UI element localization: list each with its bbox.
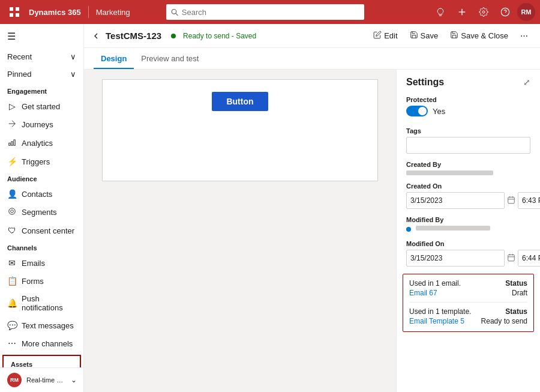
canvas-button[interactable]: Button — [212, 92, 268, 111]
status-text: Ready to send - Saved — [183, 32, 256, 40]
svg-point-9 — [501, 8, 509, 16]
recent-chevron: ∨ — [70, 52, 76, 61]
emails-icon: ✉ — [7, 258, 17, 268]
topbar-divider — [88, 6, 89, 18]
svg-rect-0 — [10, 7, 13, 11]
svg-rect-1 — [16, 7, 19, 11]
content-area: TestCMS-123 Ready to send - Saved Edit S… — [84, 24, 540, 392]
get-started-icon: ▷ — [7, 101, 17, 111]
sidebar-item-label: Get started — [22, 102, 60, 111]
search-bar[interactable] — [166, 4, 364, 20]
edit-icon — [373, 31, 382, 41]
modified-time-input[interactable] — [518, 250, 540, 267]
brand-name: Dynamics 365 — [29, 8, 81, 17]
canvas-area: Button — [84, 70, 396, 392]
modified-by-section: Modified By — [397, 213, 540, 237]
template-status-label: Status — [505, 307, 527, 316]
canvas-inner: Button — [102, 79, 378, 181]
more-actions-button[interactable]: ⋯ — [515, 29, 533, 43]
sidebar-item-recent[interactable]: Recent ∨ — [0, 48, 83, 65]
forms-icon: 📋 — [7, 276, 17, 286]
svg-point-4 — [172, 9, 176, 14]
protected-value: Yes — [433, 107, 445, 116]
settings-icon[interactable] — [474, 2, 493, 22]
tags-input[interactable] — [406, 137, 530, 154]
contacts-icon: 👤 — [7, 189, 17, 199]
toggle-knob — [418, 107, 427, 115]
edit-button[interactable]: Edit — [368, 28, 402, 43]
svg-rect-2 — [10, 13, 13, 17]
sidebar-item-label: Triggers — [22, 157, 50, 166]
sidebar-item-emails[interactable]: ✉ Emails — [0, 254, 83, 272]
sidebar-item-label: Consent center — [22, 226, 74, 235]
search-input[interactable] — [182, 8, 359, 17]
text-msg-icon: 💬 — [7, 321, 17, 330]
svg-rect-13 — [14, 140, 15, 145]
user-avatar[interactable]: RM — [517, 3, 535, 21]
template-used-text: Used in 1 template. — [409, 307, 471, 316]
svg-rect-12 — [11, 142, 13, 145]
sidebar-item-consent[interactable]: 🛡 Consent center — [0, 222, 83, 240]
created-by-section: Created By — [397, 157, 540, 179]
back-button[interactable] — [91, 31, 101, 41]
created-date-input[interactable] — [406, 192, 505, 209]
workspace-avatar: RM — [7, 373, 22, 387]
calendar2-icon[interactable] — [507, 253, 515, 264]
panel-expand-icon[interactable]: ⤢ — [523, 77, 530, 87]
sidebar-item-label: Segments — [22, 208, 57, 217]
save-close-icon — [450, 31, 458, 41]
segments-icon — [7, 207, 17, 217]
sidebar-item-text-messages[interactable]: 💬 Text messages — [0, 316, 83, 334]
protected-section: Protected Yes — [397, 92, 540, 124]
help-icon[interactable] — [496, 2, 515, 22]
bottom-workspace-bar[interactable]: RM Real-time marketi... ⌄ — [0, 367, 84, 392]
sidebar-item-contacts[interactable]: 👤 Contacts — [0, 185, 83, 203]
pinned-chevron: ∨ — [70, 70, 76, 79]
recent-label: Recent — [7, 52, 32, 61]
sidebar-hamburger[interactable]: ☰ — [0, 24, 83, 48]
save-button[interactable]: Save — [405, 28, 443, 43]
section-engagement: Engagement — [0, 83, 83, 97]
save-close-button[interactable]: Save & Close — [445, 28, 513, 43]
plus-icon[interactable] — [452, 2, 472, 22]
sidebar-item-label: Journeys — [22, 120, 53, 129]
analytics-icon — [7, 138, 17, 148]
sidebar-item-get-started[interactable]: ▷ Get started — [0, 97, 83, 115]
sidebar-item-forms[interactable]: 📋 Forms — [0, 272, 83, 290]
template-link-row: Email Template 5 Ready to send — [409, 317, 527, 325]
lightbulb-icon[interactable] — [431, 2, 450, 22]
created-by-value — [406, 170, 493, 175]
sidebar: ☰ Recent ∨ Pinned ∨ Engagement ▷ Get sta… — [0, 24, 84, 392]
tabs-bar: Design Preview and test — [84, 48, 540, 70]
email-link-row: Email 67 Draft — [409, 289, 527, 297]
email-template-5-link[interactable]: Email Template 5 — [409, 317, 464, 325]
workspace-label: Real-time marketi... — [26, 376, 66, 384]
sidebar-item-more-channels[interactable]: ⋯ More channels — [0, 334, 83, 352]
sidebar-item-pinned[interactable]: Pinned ∨ — [0, 65, 83, 83]
module-name: Marketing — [96, 8, 130, 17]
sidebar-item-push-notifications[interactable]: 🔔 Push notifications — [0, 290, 83, 316]
settings-panel: Settings ⤢ Protected Yes Tags — [396, 70, 540, 392]
tab-design[interactable]: Design — [94, 48, 134, 69]
svg-rect-25 — [508, 255, 515, 261]
sidebar-item-segments[interactable]: Segments — [0, 203, 83, 222]
created-time-input[interactable] — [518, 192, 540, 209]
created-on-row — [406, 192, 530, 209]
tab-preview-test[interactable]: Preview and test — [134, 48, 206, 69]
email-usage-row: Used in 1 email. Status — [409, 279, 527, 288]
header-actions: Edit Save Save & Close ⋯ — [368, 28, 533, 43]
sidebar-item-journeys[interactable]: Journeys — [0, 115, 83, 134]
app-grid-icon[interactable] — [5, 2, 24, 22]
sidebar-item-analytics[interactable]: Analytics — [0, 134, 83, 152]
calendar-icon[interactable] — [507, 196, 515, 206]
record-subheader: TestCMS-123 Ready to send - Saved Edit S… — [84, 24, 540, 48]
created-by-label: Created By — [406, 161, 530, 168]
save-icon — [410, 31, 418, 41]
sidebar-item-triggers[interactable]: ⚡ Triggers — [0, 152, 83, 170]
email-67-link[interactable]: Email 67 — [409, 289, 437, 297]
modified-on-row — [406, 250, 530, 267]
pinned-label: Pinned — [7, 70, 31, 79]
modified-date-input[interactable] — [406, 250, 505, 267]
protected-toggle[interactable] — [406, 106, 428, 116]
protected-toggle-row: Yes — [406, 106, 530, 116]
